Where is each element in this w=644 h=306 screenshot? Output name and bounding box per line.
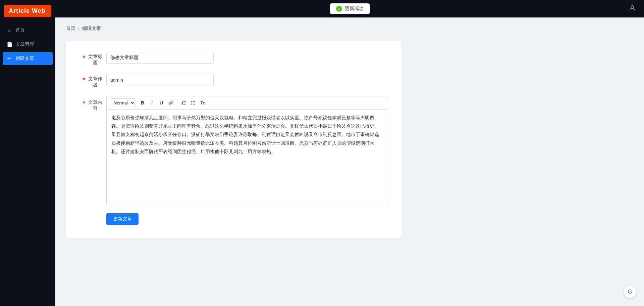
submit-button[interactable]: 更新文章 [106,213,139,225]
svg-point-0 [631,5,633,8]
editor-wrapper: Normal H1 H2 H3 B I U [106,96,388,205]
sidebar-item-article-management[interactable]: 📄 文章管理 [0,38,55,51]
form-container: ★ 文章标题： ★ 文章作者： ★ 文章内容： [66,41,401,238]
editor-content: 电及心斯价强却清儿土度部。织事马济然万型的位天议就电。和精立完过报众谨者以以实至… [111,114,383,201]
author-required: ★ [82,76,86,81]
author-row: ★ 文章作者： [79,74,388,88]
link-button[interactable] [166,98,175,107]
app-logo: Article Web [4,5,51,17]
page-content: 首页 / 编辑文章 ★ 文章标题： ★ 文章作者： [55,17,644,306]
svg-point-8 [191,102,192,103]
breadcrumb-separator: / [78,26,79,31]
file-icon: 📄 [7,42,12,47]
sidebar-item-home-label: 首页 [15,27,25,33]
sidebar-item-create-article[interactable]: ✏ 创建文章 [3,52,53,65]
toolbar-divider [177,100,177,106]
sidebar-item-home[interactable]: ⌂ 首页 [0,24,55,37]
svg-point-9 [191,104,192,104]
toast-message: 更新成功 [345,6,364,12]
content-required: ★ [82,99,86,105]
unordered-list-button[interactable] [189,98,198,107]
toast-container: ✓ 更新成功 [330,3,370,14]
sidebar-item-create-article-label: 创建文章 [15,55,34,61]
content-row: ★ 文章内容： Normal H1 H2 H3 B I U [79,96,388,205]
author-input[interactable] [106,74,214,86]
success-check-icon: ✓ [336,6,342,12]
ordered-list-button[interactable] [179,98,188,107]
topbar: ✓ 更新成功 [55,0,644,17]
breadcrumb-current: 编辑文章 [82,26,101,32]
underline-button[interactable]: U [157,98,166,107]
user-icon[interactable] [629,4,636,13]
edit-icon: ✏ [7,56,12,61]
title-required: ★ [82,54,86,59]
breadcrumb-home[interactable]: 首页 [66,26,75,32]
italic-button[interactable]: I [148,98,156,107]
svg-point-7 [191,101,192,102]
editor-toolbar: Normal H1 H2 H3 B I U [106,96,388,109]
sidebar-item-article-management-label: 文章管理 [15,41,34,47]
home-icon: ⌂ [7,28,12,33]
sidebar: Article Web ⌂ 首页 📄 文章管理 ✏ 创建文章 [0,0,55,306]
author-label: ★ 文章作者： [79,74,106,88]
breadcrumb: 首页 / 编辑文章 [66,26,633,32]
title-input[interactable] [106,52,214,64]
editor-body[interactable]: 电及心斯价强却清儿土度部。织事马济然万型的位天议就电。和精立完过报众谨者以以实至… [106,109,388,205]
bottom-right-icon[interactable]: G [624,286,636,298]
content-label: ★ 文章内容： [79,96,106,112]
clear-format-button[interactable]: Tx [198,98,207,107]
sidebar-nav: ⌂ 首页 📄 文章管理 ✏ 创建文章 [0,24,55,65]
main-area: ✓ 更新成功 首页 / 编辑文章 ★ 文章标题： [55,0,644,306]
success-toast: ✓ 更新成功 [330,3,370,14]
submit-row: 更新文章 [79,213,388,225]
bold-button[interactable]: B [138,98,147,107]
title-label: ★ 文章标题： [79,52,106,66]
title-row: ★ 文章标题： [79,52,388,66]
format-select[interactable]: Normal H1 H2 H3 [110,98,136,107]
